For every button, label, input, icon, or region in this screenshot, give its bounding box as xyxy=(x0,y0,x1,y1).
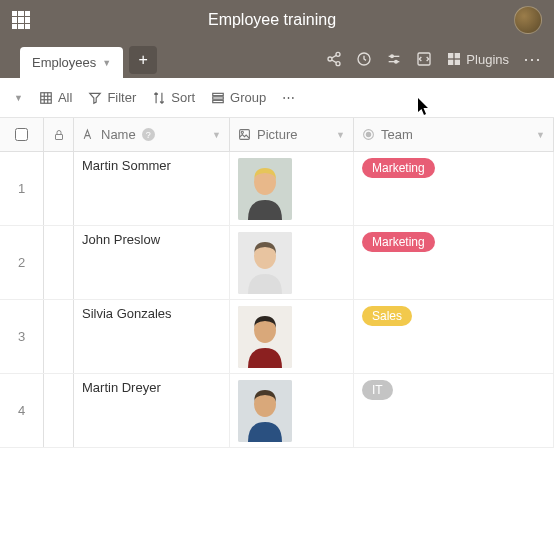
lock-column[interactable] xyxy=(44,118,74,151)
row-index: 3 xyxy=(0,300,44,373)
svg-rect-15 xyxy=(41,92,52,103)
cursor-icon xyxy=(418,98,432,116)
employee-photo xyxy=(238,380,292,442)
svg-rect-14 xyxy=(455,60,460,65)
table-row[interactable]: 2 John Preslow Marketing xyxy=(0,226,554,300)
cell-picture[interactable] xyxy=(230,374,354,447)
toolbar-more-icon[interactable]: ⋯ xyxy=(282,90,296,105)
row-lock-cell xyxy=(44,152,74,225)
code-icon[interactable] xyxy=(416,51,432,67)
apps-icon[interactable] xyxy=(12,11,30,29)
select-all-checkbox[interactable] xyxy=(15,128,28,141)
row-index: 1 xyxy=(0,152,44,225)
svg-line-4 xyxy=(332,60,337,63)
svg-rect-25 xyxy=(240,130,250,140)
svg-point-8 xyxy=(391,55,394,58)
plugins-label: Plugins xyxy=(466,52,509,67)
cell-team[interactable]: IT xyxy=(354,374,554,447)
tab-employees[interactable]: Employees ▼ xyxy=(20,47,123,78)
cell-picture[interactable] xyxy=(230,300,354,373)
row-lock-cell xyxy=(44,300,74,373)
svg-rect-24 xyxy=(55,134,62,139)
history-icon[interactable] xyxy=(356,51,372,67)
view-menu[interactable]: ▼ xyxy=(14,93,23,103)
help-icon[interactable]: ? xyxy=(142,128,155,141)
svg-rect-23 xyxy=(213,100,224,102)
table-row[interactable]: 3 Silvia Gonzales Sales xyxy=(0,300,554,374)
team-tag: Marketing xyxy=(362,158,435,178)
svg-rect-21 xyxy=(213,93,224,95)
cell-team[interactable]: Sales xyxy=(354,300,554,373)
svg-rect-12 xyxy=(455,53,460,58)
chevron-down-icon: ▼ xyxy=(336,130,345,140)
settings-icon[interactable] xyxy=(386,51,402,67)
plugins-button[interactable]: Plugins xyxy=(446,51,509,67)
share-icon[interactable] xyxy=(326,51,342,67)
employee-photo xyxy=(238,158,292,220)
team-tag: Sales xyxy=(362,306,412,326)
svg-rect-13 xyxy=(448,60,453,65)
cell-name[interactable]: Martin Sommer xyxy=(74,152,230,225)
svg-marker-20 xyxy=(90,93,101,103)
cell-picture[interactable] xyxy=(230,152,354,225)
cell-name[interactable]: John Preslow xyxy=(74,226,230,299)
svg-point-27 xyxy=(366,132,371,137)
svg-point-9 xyxy=(395,60,398,63)
team-tag: Marketing xyxy=(362,232,435,252)
chevron-down-icon: ▼ xyxy=(536,130,545,140)
add-tab-button[interactable]: + xyxy=(129,46,157,74)
employee-photo xyxy=(238,232,292,294)
chevron-down-icon: ▼ xyxy=(212,130,221,140)
row-lock-cell xyxy=(44,226,74,299)
svg-point-1 xyxy=(328,57,332,61)
row-lock-cell xyxy=(44,374,74,447)
cell-picture[interactable] xyxy=(230,226,354,299)
row-index: 2 xyxy=(0,226,44,299)
svg-rect-11 xyxy=(448,53,453,58)
table-row[interactable]: 4 Martin Dreyer IT xyxy=(0,374,554,448)
cell-team[interactable]: Marketing xyxy=(354,226,554,299)
column-header-name[interactable]: Name ? ▼ xyxy=(74,118,230,151)
all-view[interactable]: All xyxy=(39,90,72,105)
employee-photo xyxy=(238,306,292,368)
select-all-cell xyxy=(0,118,44,151)
svg-point-2 xyxy=(336,62,340,66)
sort-button[interactable]: Sort xyxy=(152,90,195,105)
group-button[interactable]: Group xyxy=(211,90,266,105)
svg-point-26 xyxy=(241,131,243,133)
cell-team[interactable]: Marketing xyxy=(354,152,554,225)
team-tag: IT xyxy=(362,380,393,400)
table-row[interactable]: 1 Martin Sommer Marketing xyxy=(0,152,554,226)
column-header-picture[interactable]: Picture ▼ xyxy=(230,118,354,151)
chevron-down-icon: ▼ xyxy=(102,58,111,68)
column-header-team[interactable]: Team ▼ xyxy=(354,118,554,151)
page-title: Employee training xyxy=(30,11,514,29)
row-index: 4 xyxy=(0,374,44,447)
filter-button[interactable]: Filter xyxy=(88,90,136,105)
cell-name[interactable]: Martin Dreyer xyxy=(74,374,230,447)
user-avatar[interactable] xyxy=(514,6,542,34)
svg-line-3 xyxy=(332,55,337,58)
svg-rect-22 xyxy=(213,96,224,98)
more-icon[interactable]: ⋯ xyxy=(523,48,542,70)
tab-label: Employees xyxy=(32,55,96,70)
cell-name[interactable]: Silvia Gonzales xyxy=(74,300,230,373)
svg-point-0 xyxy=(336,52,340,56)
